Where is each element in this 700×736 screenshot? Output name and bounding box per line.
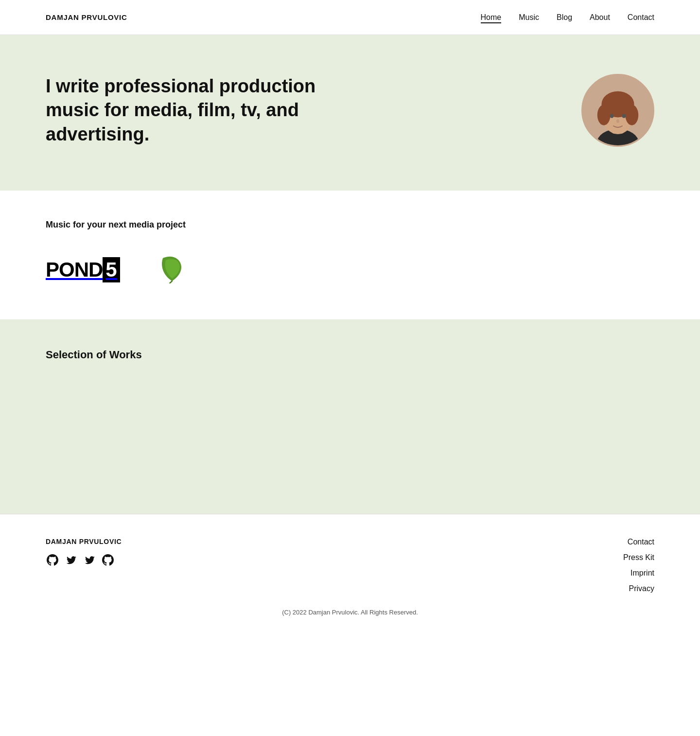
hero-text: I write professional production music fo… xyxy=(46,74,347,146)
nav-link-contact[interactable]: Contact xyxy=(628,13,654,21)
github-icon-1 xyxy=(46,553,59,567)
hero-headline: I write professional production music fo… xyxy=(46,74,347,146)
footer-left: DAMJAN PRVULOVIC xyxy=(46,538,122,567)
footer-presskit-link[interactable]: Press Kit xyxy=(623,553,654,562)
media-section-title: Music for your next media project xyxy=(46,220,654,230)
main-nav: DAMJAN PRVULOVIC Home Music Blog About C… xyxy=(0,0,700,35)
twitter-link-2[interactable] xyxy=(83,553,96,567)
svg-point-9 xyxy=(616,119,619,123)
footer: DAMJAN PRVULOVIC xyxy=(0,514,700,635)
pond5-number: 5 xyxy=(103,257,120,282)
pond5-logo[interactable]: POND5 xyxy=(46,257,120,282)
svg-point-6 xyxy=(625,105,638,125)
media-logos: POND5 xyxy=(46,254,654,285)
svg-point-5 xyxy=(597,105,611,125)
works-section-title: Selection of Works xyxy=(46,349,654,361)
nav-link-home[interactable]: Home xyxy=(481,13,502,23)
nav-links: Home Music Blog About Contact xyxy=(481,13,654,22)
twitter-link-1[interactable] xyxy=(64,553,78,567)
leaf-icon xyxy=(159,254,186,283)
svg-point-8 xyxy=(622,114,626,118)
github-icon-2 xyxy=(101,553,115,567)
footer-social xyxy=(46,553,122,567)
nav-link-music[interactable]: Music xyxy=(519,13,539,21)
envato-logo[interactable] xyxy=(159,254,186,285)
footer-privacy-link[interactable]: Privacy xyxy=(629,584,654,593)
github-link-1[interactable] xyxy=(46,553,59,567)
footer-contact-link[interactable]: Contact xyxy=(628,538,654,546)
footer-logo: DAMJAN PRVULOVIC xyxy=(46,538,122,545)
footer-copyright: (C) 2022 Damjan Prvulovic. All Rights Re… xyxy=(46,593,654,616)
hero-section: I write professional production music fo… xyxy=(0,35,700,191)
nav-link-blog[interactable]: Blog xyxy=(557,13,572,21)
footer-right: Contact Press Kit Imprint Privacy xyxy=(623,538,654,593)
nav-logo[interactable]: DAMJAN PRVULOVIC xyxy=(46,13,127,21)
svg-point-7 xyxy=(610,114,614,118)
github-link-2[interactable] xyxy=(101,553,115,567)
footer-imprint-link[interactable]: Imprint xyxy=(630,569,654,578)
twitter-icon-2 xyxy=(83,553,96,567)
works-section: Selection of Works xyxy=(0,319,700,514)
nav-link-about[interactable]: About xyxy=(590,13,610,21)
avatar xyxy=(581,74,654,147)
pond5-text: POND xyxy=(46,258,103,281)
footer-inner: DAMJAN PRVULOVIC xyxy=(46,538,654,593)
twitter-icon-1 xyxy=(64,553,78,567)
media-section: Music for your next media project POND5 xyxy=(0,191,700,319)
